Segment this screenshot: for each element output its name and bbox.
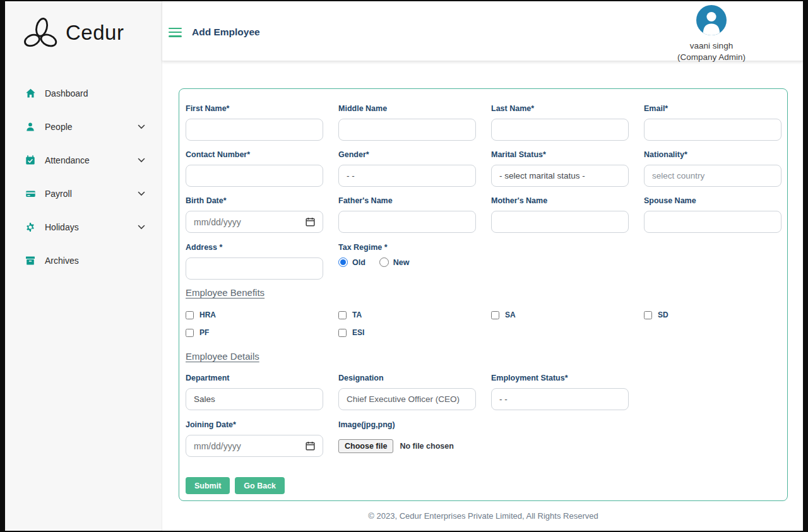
- benefit-esi: ESI: [338, 328, 476, 337]
- sidebar-item-payroll[interactable]: Payroll: [5, 177, 162, 210]
- field-birth-date: Birth Date* mm/dd/yyyy: [186, 196, 323, 233]
- contact-number-label: Contact Number*: [186, 150, 323, 159]
- pf-checkbox[interactable]: [186, 329, 194, 337]
- sidebar-item-label: Dashboard: [45, 88, 88, 98]
- field-middle-name: Middle Name: [338, 104, 476, 141]
- field-gender: Gender* - -: [338, 150, 476, 187]
- employment-status-label: Employment Status*: [491, 374, 629, 382]
- trefoil-knot-icon: [20, 16, 62, 49]
- home-icon: [25, 88, 37, 98]
- last-name-input[interactable]: [491, 119, 629, 141]
- address-input[interactable]: [186, 257, 323, 280]
- field-designation: Designation Chief Executive Officer (CEO…: [338, 374, 476, 410]
- chevron-down-icon: [138, 225, 145, 230]
- first-name-input[interactable]: [186, 119, 323, 141]
- contact-number-input[interactable]: [186, 165, 323, 187]
- sidebar-item-label: Payroll: [45, 189, 72, 199]
- hamburger-icon[interactable]: [169, 28, 182, 37]
- sidebar-item-label: Archives: [45, 256, 79, 266]
- field-address: Address *: [186, 243, 323, 280]
- person-icon: [25, 121, 37, 132]
- sidebar-item-dashboard[interactable]: Dashboard: [5, 76, 162, 110]
- image-label: Image(jpg,png): [338, 420, 629, 429]
- app-window: Cedur Dashboard People: [5, 1, 803, 531]
- field-email: Email*: [644, 104, 781, 141]
- mothers-name-label: Mother's Name: [491, 196, 629, 205]
- field-department: Department Sales: [186, 374, 323, 410]
- benefit-sa: SA: [491, 310, 629, 319]
- esi-checkbox[interactable]: [338, 329, 347, 337]
- sidebar-item-people[interactable]: People: [5, 110, 162, 143]
- department-select[interactable]: Sales: [186, 388, 323, 410]
- field-mothers-name: Mother's Name: [491, 196, 629, 233]
- sa-checkbox[interactable]: [491, 311, 499, 319]
- sidebar-item-archives[interactable]: Archives: [5, 244, 162, 277]
- sidebar-menu: Dashboard People: [5, 76, 162, 277]
- go-back-button[interactable]: Go Back: [235, 477, 285, 494]
- field-tax-regime: Tax Regime * Old New: [338, 243, 629, 280]
- chevron-down-icon: [138, 158, 145, 163]
- joining-date-input[interactable]: mm/dd/yyyy: [186, 435, 323, 457]
- copyright-footer: © 2023, Cedur Enterprises Private Limite…: [179, 511, 788, 521]
- designation-select[interactable]: Chief Executive Officer (CEO): [338, 388, 476, 410]
- sidebar-item-label: Attendance: [45, 155, 90, 165]
- chevron-down-icon: [138, 124, 145, 129]
- employment-status-select[interactable]: - -: [491, 388, 629, 410]
- field-spouse-name: Spouse Name: [644, 196, 781, 233]
- field-employment-status: Employment Status* - -: [491, 374, 629, 410]
- submit-button[interactable]: Submit: [186, 477, 230, 494]
- sd-checkbox[interactable]: [644, 311, 652, 319]
- field-contact-number: Contact Number*: [186, 150, 323, 187]
- choose-file-button[interactable]: Choose file: [338, 439, 393, 453]
- benefit-ta: TA: [338, 310, 476, 319]
- benefit-pf: PF: [186, 328, 323, 337]
- field-joining-date: Joining Date* mm/dd/yyyy: [186, 420, 323, 457]
- field-nationality: Nationality*: [644, 150, 781, 187]
- nationality-label: Nationality*: [644, 150, 781, 159]
- fathers-name-input[interactable]: [338, 211, 476, 233]
- marital-status-label: Marital Status*: [491, 150, 629, 159]
- middle-name-input[interactable]: [338, 119, 476, 141]
- calendar-icon[interactable]: [306, 441, 315, 451]
- gear-icon: [25, 222, 37, 232]
- user-menu[interactable]: vaani singh (Company Admin): [665, 5, 758, 62]
- app-logo[interactable]: Cedur: [5, 1, 162, 54]
- field-marital-status: Marital Status* - select marital status …: [491, 150, 629, 187]
- hra-checkbox[interactable]: [186, 311, 194, 319]
- logo-text: Cedur: [66, 21, 124, 45]
- credit-card-icon: [25, 188, 37, 199]
- page-title: Add Employee: [192, 27, 260, 38]
- fathers-name-label: Father's Name: [338, 196, 476, 205]
- gender-select[interactable]: - -: [338, 165, 476, 187]
- middle-name-label: Middle Name: [338, 104, 476, 113]
- marital-status-select[interactable]: - select marital status -: [491, 165, 629, 187]
- mothers-name-input[interactable]: [491, 211, 629, 233]
- employee-details-heading[interactable]: Employee Details: [186, 351, 259, 362]
- employee-benefits-heading[interactable]: Employee Benefits: [186, 287, 264, 298]
- user-name: vaani singh: [665, 41, 758, 50]
- field-fathers-name: Father's Name: [338, 196, 476, 233]
- birth-date-input[interactable]: mm/dd/yyyy: [186, 211, 323, 233]
- sidebar-item-holidays[interactable]: Holidays: [5, 210, 162, 244]
- archive-icon: [25, 255, 37, 266]
- ta-checkbox[interactable]: [338, 311, 347, 319]
- email-input[interactable]: [644, 119, 781, 141]
- birth-date-label: Birth Date*: [186, 196, 323, 205]
- add-employee-form-card: First Name* Middle Name Last Name* Email…: [179, 88, 788, 501]
- nationality-input[interactable]: [644, 165, 781, 187]
- avatar[interactable]: [696, 5, 727, 35]
- last-name-label: Last Name*: [491, 104, 629, 113]
- main-area: Add Employee vaani singh (Company Admin): [162, 1, 803, 531]
- field-image-upload: Image(jpg,png) Choose file No file chose…: [338, 420, 629, 457]
- tax-regime-old-label: Old: [352, 258, 365, 267]
- gender-label: Gender*: [338, 150, 476, 159]
- field-first-name: First Name*: [186, 104, 323, 141]
- sidebar-item-attendance[interactable]: Attendance: [5, 143, 162, 177]
- calendar-icon[interactable]: [306, 217, 315, 227]
- tax-regime-old-radio[interactable]: [338, 257, 348, 267]
- tax-regime-new-radio[interactable]: [379, 257, 389, 267]
- joining-date-label: Joining Date*: [186, 420, 323, 429]
- benefit-hra: HRA: [186, 310, 323, 319]
- chevron-down-icon: [138, 191, 145, 196]
- spouse-name-input[interactable]: [644, 211, 781, 233]
